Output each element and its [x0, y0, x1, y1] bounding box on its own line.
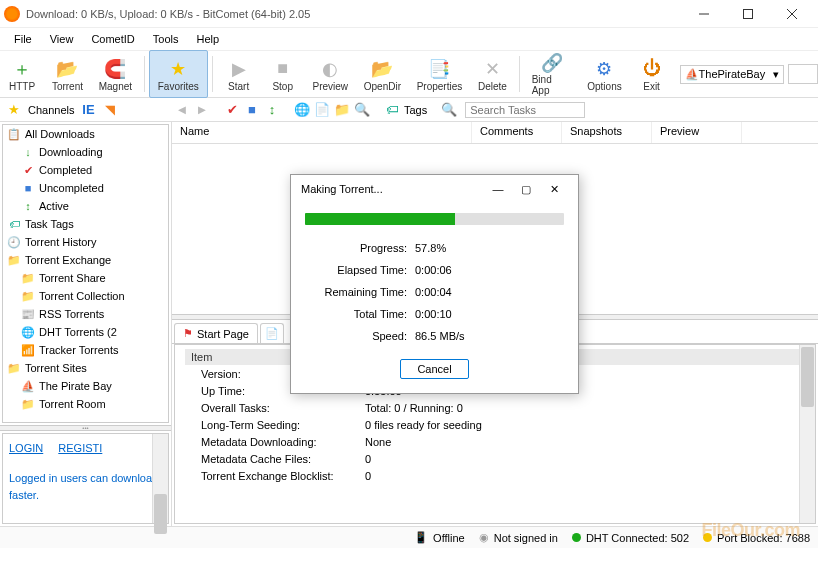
tag-green-icon[interactable]: 🏷: [384, 102, 400, 118]
detail-row: Overall Tasks:Total: 0 / Running: 0: [185, 399, 805, 416]
status-dht[interactable]: DHT Connected: 502: [572, 532, 689, 544]
properties-icon: 📑: [427, 57, 451, 81]
tree-torrent-sites[interactable]: 📁Torrent Sites: [3, 359, 168, 377]
magnet-icon: 🧲: [103, 57, 127, 81]
toolbar-opendir-button[interactable]: 📂OpenDir: [356, 50, 409, 98]
menu-view[interactable]: View: [42, 31, 82, 47]
toolbar-properties-button[interactable]: 📑Properties: [409, 50, 470, 98]
right-icon[interactable]: ►: [194, 102, 210, 118]
close-button[interactable]: [770, 0, 814, 28]
flag-green-icon[interactable]: ↕: [264, 102, 280, 118]
dot-yellow-icon: [703, 533, 712, 542]
dialog-minimize-button[interactable]: —: [484, 175, 512, 203]
toolbar-start-button[interactable]: ▶Start: [217, 50, 261, 98]
status-port[interactable]: Port Blocked: 7688: [703, 532, 810, 544]
tree-item-icon: 📁: [7, 362, 21, 375]
page-icon: 📄: [265, 327, 279, 340]
tree-completed[interactable]: ✔Completed: [3, 161, 168, 179]
doc-icon[interactable]: 📄: [314, 102, 330, 118]
toolbar-stop-button[interactable]: ■Stop: [261, 50, 305, 98]
toolbar-delete-button[interactable]: ✕Delete: [470, 50, 515, 98]
tree-torrent-history[interactable]: 🕘Torrent History: [3, 233, 168, 251]
column-snapshots[interactable]: Snapshots: [562, 122, 652, 143]
dot-green-icon: [572, 533, 581, 542]
tab-start-page[interactable]: ⚑ Start Page: [174, 323, 258, 343]
tree-torrent-collection[interactable]: 📁Torrent Collection: [3, 287, 168, 305]
folder-icon[interactable]: 📁: [334, 102, 350, 118]
search-small-icon[interactable]: 🔍: [354, 102, 370, 118]
status-signin[interactable]: ◉Not signed in: [479, 531, 558, 544]
menu-file[interactable]: File: [6, 31, 40, 47]
maximize-button[interactable]: [726, 0, 770, 28]
secondary-toolbar: ★ Channels IE ◥ ◄ ► ✔ ■ ↕ 🌐 📄 📁 🔍 🏷 Tags…: [0, 98, 818, 122]
dialog-title: Making Torrent...: [301, 183, 484, 195]
minimize-button[interactable]: [682, 0, 726, 28]
tree-downloading[interactable]: ↓Downloading: [3, 143, 168, 161]
tree-all-downloads[interactable]: 📋All Downloads: [3, 125, 168, 143]
toolbar-separator: [212, 56, 213, 92]
toolbar-http-button[interactable]: ＋HTTP: [0, 50, 44, 98]
menu-cometid[interactable]: CometID: [83, 31, 142, 47]
tab-extra[interactable]: 📄: [260, 323, 284, 343]
delete-icon: ✕: [480, 57, 504, 81]
main-toolbar: ＋HTTP📂Torrent🧲Magnet★Favorites▶Start■Sto…: [0, 50, 818, 98]
tree-uncompleted[interactable]: ■Uncompleted: [3, 179, 168, 197]
flag-blue-icon[interactable]: ■: [244, 102, 260, 118]
login-hint: Logged in users can download faster.: [9, 470, 162, 503]
login-link[interactable]: LOGIN: [9, 442, 43, 454]
tree-torrent-exchange[interactable]: 📁Torrent Exchange: [3, 251, 168, 269]
tree-the-pirate-bay[interactable]: ⛵The Pirate Bay: [3, 377, 168, 395]
toolbar-bind-app-button[interactable]: 🔗Bind App: [524, 50, 580, 98]
tree-rss-torrents[interactable]: 📰RSS Torrents: [3, 305, 168, 323]
dialog-row: Speed:86.5 MB/s: [305, 325, 564, 347]
login-scrollbar[interactable]: [152, 434, 168, 523]
tree-item-icon: 📁: [21, 272, 35, 285]
channels-label[interactable]: Channels: [28, 104, 74, 116]
dialog-maximize-button[interactable]: ▢: [512, 175, 540, 203]
tree-torrent-share[interactable]: 📁Torrent Share: [3, 269, 168, 287]
globe-icon[interactable]: 🌐: [294, 102, 310, 118]
menu-help[interactable]: Help: [188, 31, 227, 47]
toolbar-separator: [144, 56, 145, 92]
window-title: Download: 0 KB/s, Upload: 0 KB/s - BitCo…: [26, 8, 682, 20]
tree-active[interactable]: ↕Active: [3, 197, 168, 215]
tree-dht-torrents-[interactable]: 🌐DHT Torrents (2: [3, 323, 168, 341]
check-icon[interactable]: ✔: [224, 102, 240, 118]
column-comments[interactable]: Comments: [472, 122, 562, 143]
column-name[interactable]: Name: [172, 122, 472, 143]
dialog-close-button[interactable]: ✕: [540, 175, 568, 203]
task-list-header: NameCommentsSnapshotsPreview: [172, 122, 818, 144]
toolbar-extra-box[interactable]: [788, 64, 818, 84]
tree-torrent-room[interactable]: 📁Torrent Room: [3, 395, 168, 413]
column-preview[interactable]: Preview: [652, 122, 742, 143]
dialog-titlebar: Making Torrent... — ▢ ✕: [291, 175, 578, 203]
cancel-button[interactable]: Cancel: [400, 359, 468, 379]
rss-icon[interactable]: ◥: [102, 102, 118, 118]
tree-item-icon: 🌐: [21, 326, 35, 339]
detail-scrollbar[interactable]: [799, 345, 815, 523]
making-torrent-dialog: Making Torrent... — ▢ ✕ Progress:57.8%El…: [290, 174, 579, 394]
tree-item-icon: ■: [21, 182, 35, 194]
search-input[interactable]: [465, 102, 585, 118]
toolbar-favorites-button[interactable]: ★Favorites: [149, 50, 208, 98]
status-offline[interactable]: 📱Offline: [414, 531, 465, 544]
favorites-icon: ★: [166, 57, 190, 81]
menu-tools[interactable]: Tools: [145, 31, 187, 47]
tags-label[interactable]: Tags: [404, 104, 427, 116]
toolbar-options-button[interactable]: ⚙Options: [579, 50, 629, 98]
dialog-row: Remaining Time:0:00:04: [305, 281, 564, 303]
tree-tracker-torrents[interactable]: 📶Tracker Torrents: [3, 341, 168, 359]
site-combo[interactable]: ⛵ ThePirateBay ▾: [680, 65, 785, 84]
toolbar-magnet-button[interactable]: 🧲Magnet: [91, 50, 140, 98]
register-link[interactable]: REGISTI: [58, 442, 102, 454]
left-icon[interactable]: ◄: [174, 102, 190, 118]
ie-icon[interactable]: IE: [80, 102, 96, 118]
toolbar-preview-button[interactable]: ◐Preview: [305, 50, 356, 98]
tree-item-icon: 📁: [7, 254, 21, 267]
tree-task-tags[interactable]: 🏷Task Tags: [3, 215, 168, 233]
torrent-icon: 📂: [55, 57, 79, 81]
phone-icon: 📱: [414, 531, 428, 544]
toolbar-torrent-button[interactable]: 📂Torrent: [44, 50, 91, 98]
toolbar-exit-button[interactable]: ⏻Exit: [630, 50, 674, 98]
sidebar-splitter[interactable]: [0, 425, 171, 431]
